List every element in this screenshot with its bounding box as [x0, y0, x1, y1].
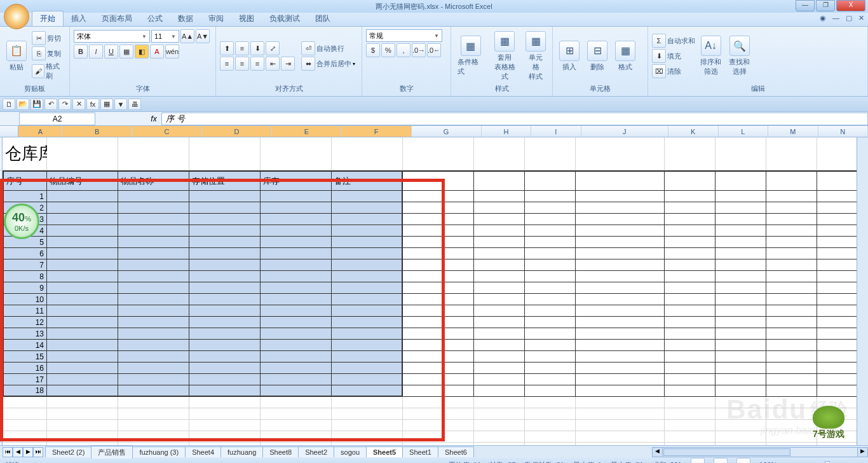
cell[interactable] — [118, 340, 189, 351]
increase-indent-button[interactable]: ⇥ — [281, 57, 295, 71]
cell[interactable] — [525, 340, 576, 351]
cell[interactable] — [665, 259, 715, 271]
fill-button[interactable]: ⬇填充 — [652, 49, 695, 63]
view-normal-icon[interactable]: ▦ — [691, 458, 705, 463]
qat-save-icon[interactable]: 💾 — [31, 99, 43, 110]
cell[interactable] — [665, 202, 715, 214]
cell[interactable] — [118, 202, 189, 214]
cell[interactable] — [403, 237, 474, 248]
cell[interactable] — [474, 282, 525, 294]
cell[interactable] — [576, 363, 665, 374]
cell[interactable] — [665, 431, 715, 443]
currency-button[interactable]: $ — [366, 43, 380, 57]
cell[interactable] — [525, 305, 576, 317]
horizontal-scrollbar[interactable]: ◀▶ — [652, 447, 868, 457]
cell[interactable] — [118, 305, 189, 317]
cell[interactable] — [474, 397, 525, 408]
cell[interactable] — [766, 225, 817, 237]
cell[interactable] — [47, 431, 118, 443]
cell[interactable] — [118, 397, 189, 408]
cell[interactable] — [261, 305, 332, 317]
cell[interactable] — [189, 191, 261, 202]
cell[interactable] — [525, 397, 576, 408]
cell[interactable] — [576, 374, 665, 385]
cell[interactable] — [525, 408, 576, 420]
cell[interactable] — [189, 137, 261, 170]
cell[interactable] — [525, 294, 576, 305]
cell[interactable] — [576, 271, 665, 282]
cell[interactable]: 物品编号 — [47, 170, 118, 191]
wrap-text-button[interactable]: ⏎自动换行 — [301, 41, 355, 55]
qat-table-icon[interactable]: ▦ — [100, 99, 113, 110]
cell[interactable] — [47, 282, 118, 294]
cell[interactable] — [118, 225, 189, 237]
cell[interactable] — [576, 431, 665, 443]
cell[interactable] — [766, 328, 817, 340]
cell[interactable] — [665, 214, 715, 225]
cell[interactable] — [525, 351, 576, 363]
select-all-corner[interactable] — [0, 126, 18, 137]
cell[interactable] — [47, 317, 118, 328]
cell[interactable] — [261, 328, 332, 340]
cell[interactable] — [47, 443, 118, 445]
cell[interactable] — [403, 137, 474, 170]
cell[interactable] — [766, 259, 817, 271]
cell[interactable] — [715, 137, 766, 170]
cell[interactable] — [715, 305, 766, 317]
cell[interactable] — [332, 374, 403, 385]
cell[interactable] — [766, 237, 817, 248]
increase-decimal-button[interactable]: .0→ — [412, 43, 426, 57]
cell[interactable] — [47, 408, 118, 420]
cell[interactable] — [715, 408, 766, 420]
cell[interactable] — [332, 385, 403, 397]
cell[interactable] — [474, 305, 525, 317]
cell[interactable] — [118, 431, 189, 443]
tab-loadtest[interactable]: 负载测试 — [262, 11, 308, 26]
cell[interactable] — [665, 328, 715, 340]
cell[interactable] — [766, 214, 817, 225]
cell[interactable] — [665, 340, 715, 351]
sheet-tab[interactable]: 产品销售 — [91, 446, 133, 459]
cell[interactable] — [474, 191, 525, 202]
cell[interactable] — [403, 351, 474, 363]
cell[interactable] — [332, 137, 403, 170]
cell[interactable] — [474, 363, 525, 374]
cell[interactable] — [332, 202, 403, 214]
cell[interactable] — [118, 420, 189, 431]
align-left-button[interactable]: ≡ — [220, 57, 234, 71]
cell[interactable] — [715, 374, 766, 385]
font-color-button[interactable]: A — [150, 45, 164, 59]
cell[interactable] — [474, 237, 525, 248]
cell[interactable] — [715, 202, 766, 214]
cell[interactable] — [261, 202, 332, 214]
cell[interactable] — [576, 259, 665, 271]
cell[interactable]: 7 — [3, 259, 47, 271]
view-pagebreak-icon[interactable]: ▥ — [736, 458, 750, 463]
cell[interactable] — [332, 191, 403, 202]
cell[interactable] — [118, 137, 189, 170]
sheet-tab[interactable]: fuzhuang — [220, 446, 263, 457]
cell[interactable] — [261, 351, 332, 363]
font-size-combo[interactable]: 11▼ — [151, 30, 179, 43]
cell[interactable] — [665, 443, 715, 445]
cell[interactable] — [715, 317, 766, 328]
cell[interactable] — [474, 374, 525, 385]
cell[interactable] — [261, 420, 332, 431]
cell[interactable] — [47, 259, 118, 271]
cell[interactable] — [332, 408, 403, 420]
cell[interactable]: 14 — [3, 340, 47, 351]
cell[interactable] — [47, 248, 118, 259]
cell[interactable] — [715, 443, 766, 445]
increase-font-button[interactable]: A▲ — [180, 29, 194, 43]
cell[interactable] — [525, 248, 576, 259]
cell[interactable] — [665, 237, 715, 248]
cell[interactable] — [525, 259, 576, 271]
cell[interactable] — [403, 385, 474, 397]
cell[interactable] — [576, 248, 665, 259]
cell[interactable] — [189, 282, 261, 294]
qat-print-icon[interactable]: 🖶 — [128, 99, 141, 110]
col-header-B[interactable]: B — [62, 126, 132, 137]
cell[interactable] — [474, 202, 525, 214]
cell[interactable] — [261, 340, 332, 351]
cell[interactable] — [261, 282, 332, 294]
